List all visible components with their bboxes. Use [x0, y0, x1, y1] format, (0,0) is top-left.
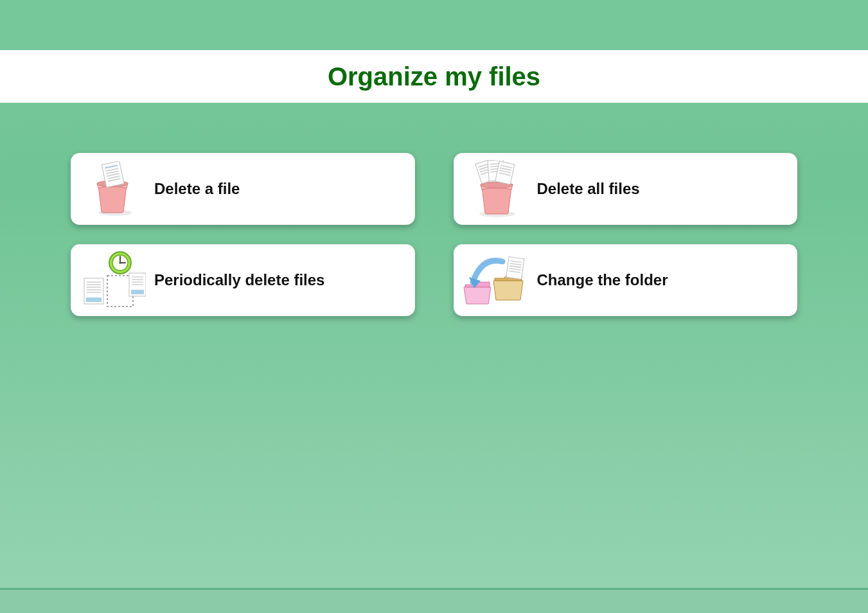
clock-files-icon [77, 244, 148, 316]
move-folder-icon [460, 244, 531, 316]
delete-all-label: Delete all files [531, 180, 640, 198]
svg-rect-35 [131, 290, 144, 294]
delete-file-card[interactable]: Delete a file [71, 153, 415, 225]
card-grid: Delete a file [0, 103, 868, 316]
trash-files-icon [460, 153, 531, 225]
top-spacer [0, 0, 868, 50]
change-folder-card[interactable]: Change the folder [454, 244, 798, 316]
page-title: Organize my files [328, 62, 540, 91]
trash-file-icon [77, 153, 148, 225]
periodic-delete-label: Periodically delete files [148, 271, 324, 289]
delete-all-card[interactable]: Delete all files [454, 153, 798, 225]
change-folder-label: Change the folder [531, 271, 668, 289]
periodic-delete-card[interactable]: Periodically delete files [71, 244, 415, 316]
title-bar: Organize my files [0, 50, 868, 103]
svg-rect-45 [506, 256, 524, 279]
delete-file-label: Delete a file [148, 180, 240, 198]
svg-point-44 [119, 262, 121, 263]
footer-bar [0, 590, 868, 613]
svg-rect-28 [86, 298, 102, 302]
